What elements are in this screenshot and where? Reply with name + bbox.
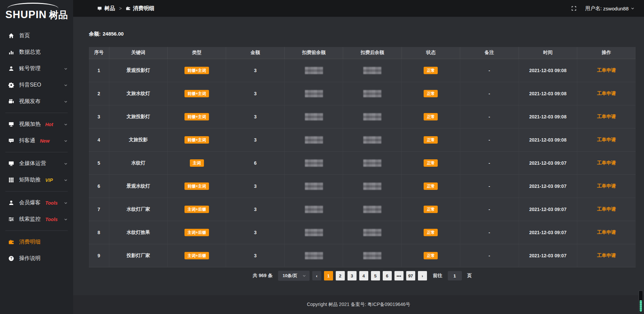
sidebar-item-operation-guide[interactable]: ?操作说明 [0,250,73,267]
topbar: 树品 > 消费明细 用户名: zswodun88 [0,0,644,17]
sidebar-item-label: 会员爆客 [19,199,41,206]
remark-text: - [489,253,490,258]
video-camera-icon [8,99,14,104]
work-order-link[interactable]: 工单申请 [597,91,616,96]
time-text: 2021-12-03 09:08 [529,114,567,119]
time-text: 2021-12-03 09:07 [529,253,567,258]
blurred-balance-after [363,113,381,120]
work-order-link[interactable]: 工单申请 [597,67,616,73]
work-order-link[interactable]: 工单申请 [597,114,616,119]
blurred-balance-after [363,159,381,167]
username[interactable]: zswodun88 [603,6,629,11]
work-order-link[interactable]: 工单申请 [597,183,616,189]
page-ellipsis[interactable]: ••• [394,271,404,280]
prev-page-button[interactable]: ‹ [312,271,321,280]
page-size-select[interactable]: 10条/页 [278,271,310,281]
chevron-down-icon [64,201,68,205]
column-header-index: 序号 [89,47,109,59]
sidebar-item-tag: Tools [45,200,58,206]
type-cell: 前缀+主词 [167,174,226,198]
sidebar-item-label: 线索监控 [19,216,41,223]
goto-unit: 页 [467,273,472,279]
index-cell: 3 [89,105,109,128]
sidebar-item-media-operation[interactable]: 全媒体运营 [0,155,73,172]
page-button-6[interactable]: 6 [383,271,392,280]
monitor-icon [8,161,14,166]
board-icon [97,6,102,11]
column-header-balance-before: 扣费前余额 [284,47,343,59]
type-badge: 前缀+主词 [184,113,209,120]
work-order-link[interactable]: 工单申请 [597,137,616,142]
app-logo: SHUPIN 树品 [0,0,73,25]
blurred-balance-before [305,113,323,120]
sidebar-item-tag: Hot [45,122,53,127]
fullscreen-icon[interactable] [571,6,577,11]
page-button-1[interactable]: 1 [324,271,333,280]
index-cell: 7 [89,198,109,221]
next-page-button[interactable]: › [418,271,427,280]
time-text: 2021-12-03 09:07 [529,160,567,166]
type-cell: 前缀+主词 [167,82,226,105]
sidebar-item-account-management[interactable]: 账号管理 [0,60,73,77]
sidebar-item-lead-monitor[interactable]: 线索监控Tools [0,211,73,227]
chevron-down-icon[interactable] [631,6,635,10]
action-cell: 工单申请 [577,198,636,221]
page-button-5[interactable]: 5 [371,271,380,280]
sidebar-item-video-publish[interactable]: 视频发布 [0,93,73,110]
page-button-4[interactable]: 4 [359,271,368,280]
blurred-balance-before [305,252,323,259]
scrollbar-track[interactable] [639,291,643,313]
status-badge: 正常 [424,206,438,213]
sidebar-item-douketong[interactable]: 抖客通New [0,133,73,149]
sidebar-item-label: 抖音SEO [19,82,41,89]
remark-cell: - [460,128,519,151]
column-header-time: 时间 [519,47,577,59]
blurred-balance-before [305,67,323,74]
chevron-down-icon [64,100,68,104]
sidebar-item-data-overview[interactable]: 数据总览 [0,44,73,60]
sidebar-item-label: 视频加热 [19,121,41,128]
work-order-link[interactable]: 工单申请 [597,229,616,235]
goto-page-input[interactable] [448,271,462,280]
amount-cell: 3 [226,105,284,128]
type-badge: 前缀+主词 [184,67,209,74]
column-header-keyword: 关键词 [109,47,167,59]
sidebar-item-matrix-boost[interactable]: 矩阵助推VIP [0,172,73,188]
breadcrumb-root[interactable]: 树品 [104,5,115,12]
amount-text: 3 [254,207,257,212]
time-cell: 2021-12-03 09:07 [519,151,577,174]
sidebar-item-tag: Tools [45,217,58,222]
scrollbar-thumb[interactable] [640,300,642,312]
pagination-total: 共 969 条 [253,273,272,279]
sidebar-item-member-burst[interactable]: 会员爆客Tools [0,195,73,211]
work-order-link[interactable]: 工单申请 [597,206,616,212]
balance-before-cell [284,174,343,198]
time-cell: 2021-12-03 09:07 [519,198,577,221]
remark-cell: - [460,59,519,82]
sidebar-item-video-heat[interactable]: 视频加热Hot [0,116,73,133]
sidebar-item-home[interactable]: 首页 [0,28,73,44]
balance-after-cell [343,221,401,244]
status-cell: 正常 [401,105,460,128]
chevron-down-icon [64,83,68,87]
sidebar-item-consumption-detail[interactable]: 消费明细 [0,234,73,250]
sidebar-item-douyin-seo[interactable]: 抖音SEO [0,77,73,93]
balance-after-cell [343,128,401,151]
work-order-link[interactable]: 工单申请 [597,253,616,258]
action-cell: 工单申请 [577,59,636,82]
amount-cell: 3 [226,128,284,151]
user-icon [8,66,14,71]
remark-cell: - [460,174,519,198]
footer: Copyright 树品 2021 备案号: 粤ICP备09019646号 [73,295,644,314]
status-cell: 正常 [401,174,460,198]
status-cell: 正常 [401,82,460,105]
page-button-2[interactable]: 2 [336,271,345,280]
status-cell: 正常 [401,244,460,267]
blurred-balance-before [305,136,323,144]
page-button-97[interactable]: 97 [406,271,415,280]
keyword-cell: 文旅水纹灯 [109,82,167,105]
page-button-3[interactable]: 3 [347,271,357,280]
sidebar-item-label: 账号管理 [19,65,41,72]
chevron-down-icon [64,162,68,166]
work-order-link[interactable]: 工单申请 [597,160,616,165]
